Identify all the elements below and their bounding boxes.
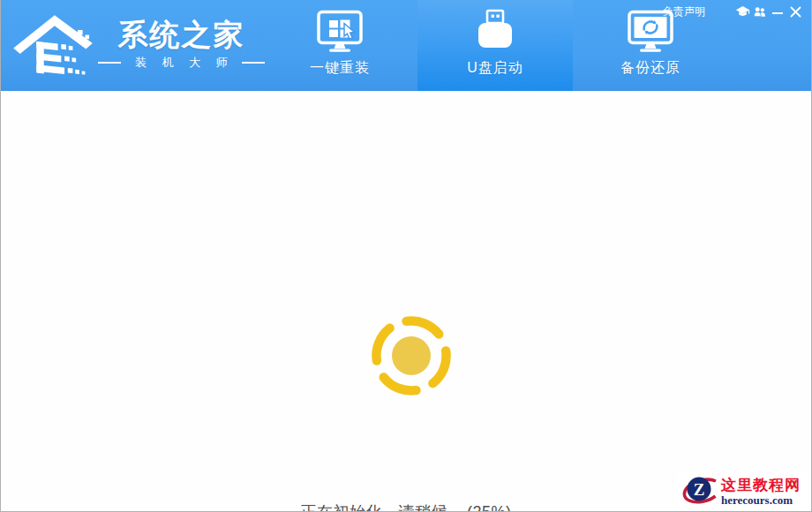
- app-logo: 系统之家 装 机 大 师: [11, 5, 265, 83]
- tab-one-key-reinstall[interactable]: 一键重装: [262, 0, 417, 91]
- house-logo-icon: [11, 5, 94, 83]
- disclaimer-link[interactable]: 免责声明: [663, 4, 705, 19]
- watermark-badge: Z 这里教程网 herecours.com: [678, 472, 811, 511]
- subtitle-dash-right: [242, 62, 265, 64]
- minimize-icon[interactable]: [769, 4, 786, 19]
- watermark-site-name: 这里教程网: [721, 478, 801, 493]
- graduation-cap-icon[interactable]: [733, 4, 751, 19]
- content-area: 正在初始化，请稍候... (25%) Z 这里教程网 herecours.com: [1, 92, 811, 511]
- brand-subtitle: 装 机 大 师: [98, 55, 265, 71]
- titlebar-controls: 免责声明: [663, 4, 804, 19]
- main-tabs: 一键重装 U盘启动: [262, 0, 728, 91]
- users-icon[interactable]: [751, 4, 769, 19]
- loading-spinner-icon: [363, 307, 460, 404]
- app-window: 系统之家 装 机 大 师: [0, 0, 812, 512]
- tab-label: 备份还原: [620, 59, 680, 78]
- brand-title: 系统之家: [117, 18, 244, 52]
- close-icon[interactable]: [786, 4, 804, 19]
- site-logo-letter: Z: [694, 480, 705, 499]
- tab-usb-boot[interactable]: U盘启动: [417, 0, 573, 91]
- usb-drive-icon: [475, 8, 515, 55]
- subtitle-dash-left: [98, 62, 121, 64]
- monitor-windows-icon: [314, 8, 365, 55]
- header: 系统之家 装 机 大 师: [1, 0, 811, 91]
- tab-label: 一键重装: [310, 59, 370, 78]
- tab-label: U盘启动: [467, 59, 523, 78]
- site-logo-icon: Z: [679, 471, 719, 512]
- watermark-site-url: herecours.com: [721, 494, 801, 507]
